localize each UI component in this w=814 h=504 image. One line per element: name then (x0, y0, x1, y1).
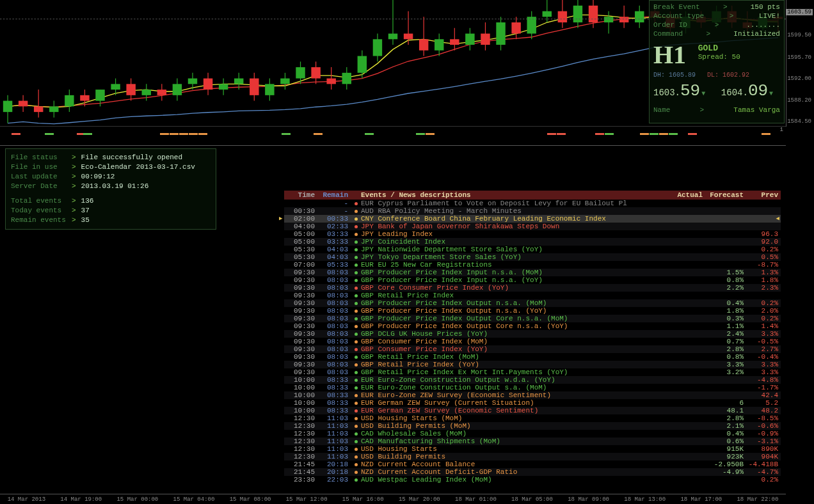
event-row[interactable]: 00:30 - AUD RBA Policy Meeting - March M… (284, 207, 781, 215)
event-forecast: -2.950B (703, 461, 744, 468)
event-prev: -4.8% (744, 376, 778, 384)
event-actual (664, 407, 703, 414)
events-header: Time Remain Events / News descriptions A… (284, 191, 781, 200)
event-description: GBP Consumer Price Index (MoM) (361, 338, 664, 345)
event-actual (664, 391, 703, 399)
event-row[interactable]: 10:00 08:33 EUR Euro-Zone ZEW Survey (Ec… (284, 391, 781, 399)
event-remain: 08:03 (315, 284, 348, 292)
indicator-mark (640, 133, 649, 135)
event-row[interactable]: 10:00 08:33 EUR Euro-Zone Construction O… (284, 376, 781, 384)
event-time: 10:00 (287, 376, 315, 384)
event-prev: -4.418B (744, 461, 778, 468)
event-forecast: 2.8% (703, 345, 744, 353)
event-row[interactable]: 09:30 08:03 GBP DCLG UK House Prices (Yo… (284, 330, 781, 338)
event-actual (664, 207, 703, 215)
svg-rect-57 (435, 39, 443, 51)
event-actual (664, 368, 703, 376)
event-row[interactable]: 23:30 22:03 AUD Westpac Leading Index (M… (284, 476, 781, 484)
event-row[interactable]: 12:30 11:03 CAD Manufacturing Shipments … (284, 437, 781, 445)
event-remain: 11:03 (315, 453, 348, 461)
event-description: JPY Bank of Japan Governor Shirakawa Ste… (361, 223, 664, 230)
event-time (287, 200, 315, 207)
event-row[interactable]: 21:45 20:18 NZD Current Account Balance … (284, 461, 781, 468)
event-prev: 3.3% (744, 361, 778, 368)
importance-dot (351, 230, 361, 238)
event-description: EUR German ZEW Survey (Economic Sentimen… (361, 407, 664, 414)
importance-dot (351, 453, 361, 461)
stat-row: Today events>37 (11, 206, 211, 216)
event-description: GBP Consumer Price Index (YoY) (361, 345, 664, 353)
event-row[interactable]: 09:30 08:03 GBP Retail Price Index (284, 292, 781, 299)
event-row[interactable]: 09:30 08:03 GBP Producer Price Index Inp… (284, 276, 781, 284)
event-row[interactable]: 12:30 11:03 USD Building Permits 923K 90… (284, 453, 781, 461)
importance-dot (351, 200, 361, 207)
events-table[interactable]: Time Remain Events / News descriptions A… (284, 191, 781, 484)
event-remain: 11:03 (315, 430, 348, 437)
event-row[interactable]: 10:00 08:33 EUR German ZEW Survey (Econo… (284, 407, 781, 414)
event-description: EUR Euro-Zone Construction Output s.a. (… (361, 384, 664, 391)
importance-dot (351, 461, 361, 468)
event-actual (664, 353, 703, 361)
event-row[interactable]: 09:30 08:03 GBP Producer Price Index Inp… (284, 269, 781, 276)
event-prev: 0.2% (744, 476, 778, 484)
svg-rect-79 (604, 17, 613, 22)
event-row[interactable]: - EUR Cyprus Parliament to Vote on Depos… (284, 200, 781, 207)
event-row[interactable]: 05:00 03:33 JPY Leading Index 96.3 (284, 230, 781, 238)
price-axis: 1603.59 1599.50 1595.70 1592.00 1588.20 … (786, 0, 814, 127)
event-row[interactable]: 12:30 11:03 CAD Wholesale Sales (MoM) 0.… (284, 430, 781, 437)
event-actual (664, 384, 703, 391)
event-remain: 08:33 (315, 399, 348, 407)
event-row[interactable]: 09:30 08:03 GBP Retail Price Index (MoM)… (284, 353, 781, 361)
event-row[interactable]: 05:00 03:33 JPY Coincident Index 92.0 (284, 238, 781, 246)
event-forecast: 1.1% (703, 322, 744, 330)
event-row[interactable]: 09:30 08:03 GBP Producer Price Index Out… (284, 315, 781, 322)
event-actual (664, 261, 703, 269)
event-row[interactable]: ▶ 02:00 00:33 CNY Conference Board China… (284, 215, 781, 223)
event-forecast: 0.8% (703, 276, 744, 284)
event-row[interactable]: 09:30 08:03 GBP Producer Price Index Out… (284, 307, 781, 315)
event-remain: 11:03 (315, 422, 348, 430)
event-remain: 04:03 (315, 253, 348, 261)
event-row[interactable]: 09:30 08:03 GBP Producer Price Index Out… (284, 299, 781, 307)
event-row[interactable]: 12:30 11:03 USD Housing Starts (MoM) 2.8… (284, 414, 781, 422)
importance-dot (351, 468, 361, 476)
event-remain: 08:03 (315, 292, 348, 299)
event-row[interactable]: 09:30 08:03 GBP Retail Price Index Ex Mo… (284, 368, 781, 376)
indicator-mark (659, 133, 668, 135)
stat-row: Total events>136 (11, 196, 211, 206)
importance-dot (351, 330, 361, 338)
event-row[interactable]: 04:00 02:33 JPY Bank of Japan Governor S… (284, 223, 781, 230)
event-row[interactable]: 10:00 08:33 EUR German ZEW Survey (Curre… (284, 399, 781, 407)
svg-rect-19 (142, 90, 151, 95)
event-row[interactable]: 10:00 08:33 EUR Euro-Zone Construction O… (284, 384, 781, 391)
event-actual (664, 284, 703, 292)
event-row[interactable]: 07:00 05:33 EUR EU 25 New Car Registrati… (284, 261, 781, 269)
event-forecast (703, 246, 744, 253)
event-row[interactable]: 09:30 08:03 GBP Consumer Price Index (Yo… (284, 345, 781, 353)
event-forecast (703, 376, 744, 384)
importance-dot (351, 345, 361, 353)
indicator-mark (547, 133, 556, 135)
event-row[interactable]: 09:30 08:03 GBP Producer Price Index Out… (284, 322, 781, 330)
event-forecast: 0.7% (703, 338, 744, 345)
event-forecast: 6 (703, 399, 744, 407)
event-forecast: 0.3% (703, 315, 744, 322)
event-row[interactable]: 12:30 11:03 USD Building Permits (MoM) 2… (284, 422, 781, 430)
time-tick: 18 Mar 05:00 (511, 496, 553, 503)
event-row[interactable]: 09:30 08:03 GBP Consumer Price Index (Mo… (284, 338, 781, 345)
time-tick: 14 Mar 19:00 (60, 496, 102, 503)
event-prev: 42.4 (744, 391, 778, 399)
event-remain: 05:33 (315, 261, 348, 269)
event-time: 09:30 (287, 322, 315, 330)
time-tick: 15 Mar 16:00 (342, 496, 384, 503)
event-row[interactable]: 05:30 04:03 JPY Tokyo Department Store S… (284, 253, 781, 261)
event-row[interactable]: 05:30 04:03 JPY Nationwide Department St… (284, 246, 781, 253)
time-tick: 15 Mar 12:00 (286, 496, 328, 503)
event-row[interactable]: 09:30 08:03 GBP Retail Price Index (YoY)… (284, 361, 781, 368)
event-row[interactable]: 21:45 20:18 NZD Current Account Deficit-… (284, 468, 781, 476)
event-prev: 92.0 (744, 238, 778, 246)
event-row[interactable]: 12:30 11:03 USD Housing Starts 915K 890K (284, 445, 781, 453)
event-row[interactable]: 09:30 08:03 GBP Core Consumer Price Inde… (284, 284, 781, 292)
importance-dot (351, 407, 361, 414)
time-tick: 18 Mar 13:00 (624, 496, 666, 503)
